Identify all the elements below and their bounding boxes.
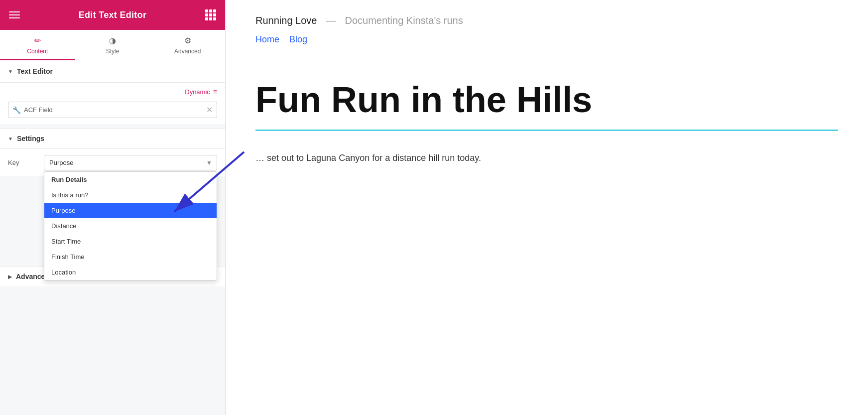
tab-style[interactable]: ◑ Style [75,30,150,60]
key-select[interactable]: Purpose [44,155,217,170]
panel-title: Edit Text Editor [79,10,146,20]
hamburger-icon[interactable] [9,9,20,20]
gear-icon: ⚙ [184,36,191,45]
highlight-bar [255,130,838,131]
key-row: Key Purpose ▼ Run Details Is this a run? [0,149,225,176]
left-panel: Edit Text Editor ✏ Content ◑ Style ⚙ Adv… [0,0,226,415]
body-text-content: set out to Laguna Canyon for a distance … [267,153,481,163]
dynamic-label[interactable]: Dynamic [185,88,210,96]
site-dash: — [326,15,336,26]
wrench-icon: 🔧 [12,106,21,114]
body-text: … set out to Laguna Canyon for a distanc… [255,151,838,165]
panel-tabs: ✏ Content ◑ Style ⚙ Advanced [0,30,225,60]
ellipsis-prefix: … [255,153,264,163]
tab-style-label: Style [106,48,120,55]
site-header: Running Love — Documenting Kinsta's runs [255,15,838,26]
dropdown-item-start-time[interactable]: Start Time [44,234,217,249]
clear-icon[interactable]: ✕ [206,105,213,115]
acf-input-wrapper: 🔧 ✕ [8,102,217,118]
site-title: Running Love [255,15,317,26]
tab-content-label: Content [27,48,48,55]
site-subtitle: Documenting Kinsta's runs [345,15,463,26]
dropdown-group-run-details[interactable]: Run Details [44,172,217,187]
section-arrow-icon: ▼ [8,69,13,74]
advanced-chevron-icon: ▶ [8,274,12,279]
settings-label: Settings [17,135,44,142]
settings-section: ▼ Settings Key Purpose ▼ Run Details [0,128,225,176]
key-select-wrapper: Purpose ▼ Run Details Is this a run? Pur… [44,155,217,170]
key-dropdown-menu: Run Details Is this a run? Purpose Dista… [44,171,217,280]
key-label: Key [8,155,38,166]
settings-arrow-icon: ▼ [8,136,13,141]
dropdown-item-finish-time[interactable]: Finish Time [44,249,217,265]
nav-link-home[interactable]: Home [255,34,279,45]
pencil-icon: ✏ [34,36,41,45]
divider-line [255,65,838,65]
acf-field-row: 🔧 ✕ [0,99,225,124]
tab-advanced-label: Advanced [174,48,201,55]
grid-icon[interactable] [205,9,216,20]
dropdown-item-location[interactable]: Location [44,265,217,280]
panel-header: Edit Text Editor [0,0,225,30]
right-content: Running Love — Documenting Kinsta's runs… [226,0,868,415]
tab-content[interactable]: ✏ Content [0,30,75,60]
panel-body: ▼ Text Editor Dynamic ≡ 🔧 ✕ ▼ Settings K… [0,60,225,415]
dropdown-item-purpose[interactable]: Purpose [44,203,217,218]
dropdown-item-is-this-a-run[interactable]: Is this a run? [44,187,217,203]
dropdown-item-distance[interactable]: Distance [44,218,217,234]
settings-header[interactable]: ▼ Settings [0,128,225,149]
dynamic-icon[interactable]: ≡ [213,88,217,96]
page-title: Fun Run in the Hills [255,80,838,120]
text-editor-label: Text Editor [17,67,53,75]
nav-link-blog[interactable]: Blog [289,34,307,45]
dynamic-row: Dynamic ≡ [0,83,225,99]
text-editor-section-header[interactable]: ▼ Text Editor [0,60,225,83]
tab-advanced[interactable]: ⚙ Advanced [150,30,225,60]
style-icon: ◑ [109,36,116,45]
acf-field-input[interactable] [24,106,203,114]
site-nav: Home Blog [255,34,838,45]
